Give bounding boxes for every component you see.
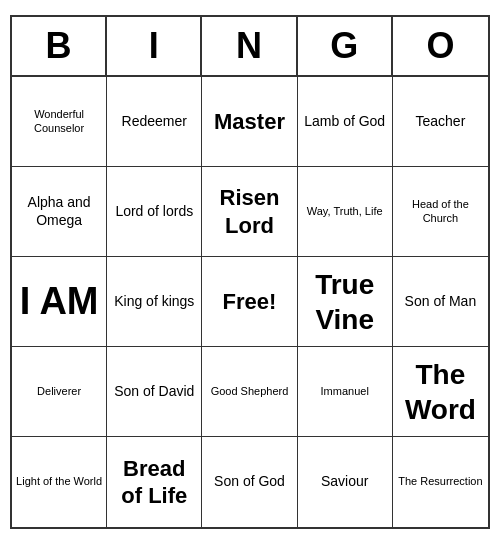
bingo-cell-2: Master (202, 77, 297, 167)
bingo-cell-text-21: Bread of Life (111, 455, 197, 510)
bingo-cell-15: Deliverer (12, 347, 107, 437)
bingo-cell-text-5: Alpha and Omega (16, 194, 102, 229)
bingo-cell-16: Son of David (107, 347, 202, 437)
bingo-cell-text-15: Deliverer (37, 385, 81, 399)
bingo-cell-text-16: Son of David (114, 383, 194, 401)
header-letter-i: I (107, 17, 202, 75)
bingo-cell-text-24: The Resurrection (398, 475, 482, 489)
bingo-cell-text-3: Lamb of God (304, 113, 385, 131)
bingo-cell-0: Wonderful Counselor (12, 77, 107, 167)
bingo-cell-text-11: King of kings (114, 293, 194, 311)
bingo-cell-21: Bread of Life (107, 437, 202, 527)
bingo-cell-1: Redeemer (107, 77, 202, 167)
bingo-cell-17: Good Shepherd (202, 347, 297, 437)
bingo-cell-7: Risen Lord (202, 167, 297, 257)
bingo-cell-text-1: Redeemer (122, 113, 187, 131)
bingo-cell-text-6: Lord of lords (115, 203, 193, 221)
bingo-cell-text-10: I AM (20, 278, 99, 326)
bingo-cell-9: Head of the Church (393, 167, 488, 257)
header-letter-g: G (298, 17, 393, 75)
bingo-cell-text-2: Master (214, 108, 285, 136)
bingo-cell-text-12: Free! (223, 288, 277, 316)
bingo-cell-19: The Word (393, 347, 488, 437)
bingo-cell-23: Saviour (298, 437, 393, 527)
bingo-cell-12: Free! (202, 257, 297, 347)
bingo-cell-3: Lamb of God (298, 77, 393, 167)
bingo-cell-text-13: True Vine (302, 267, 388, 337)
bingo-cell-text-18: Immanuel (321, 385, 369, 399)
bingo-cell-text-8: Way, Truth, Life (307, 205, 383, 219)
bingo-cell-18: Immanuel (298, 347, 393, 437)
header-letter-n: N (202, 17, 297, 75)
header-letter-o: O (393, 17, 488, 75)
bingo-header: BINGO (12, 17, 488, 77)
bingo-cell-text-22: Son of God (214, 473, 285, 491)
bingo-cell-text-7: Risen Lord (206, 184, 292, 239)
bingo-cell-14: Son of Man (393, 257, 488, 347)
bingo-cell-text-20: Light of the World (16, 475, 102, 489)
bingo-cell-4: Teacher (393, 77, 488, 167)
bingo-cell-22: Son of God (202, 437, 297, 527)
bingo-cell-text-4: Teacher (415, 113, 465, 131)
bingo-cell-6: Lord of lords (107, 167, 202, 257)
bingo-cell-10: I AM (12, 257, 107, 347)
bingo-grid: Wonderful CounselorRedeemerMasterLamb of… (12, 77, 488, 527)
bingo-cell-8: Way, Truth, Life (298, 167, 393, 257)
bingo-cell-text-14: Son of Man (405, 293, 477, 311)
header-letter-b: B (12, 17, 107, 75)
bingo-cell-20: Light of the World (12, 437, 107, 527)
bingo-cell-text-9: Head of the Church (397, 198, 484, 226)
bingo-cell-text-19: The Word (397, 357, 484, 427)
bingo-cell-13: True Vine (298, 257, 393, 347)
bingo-cell-11: King of kings (107, 257, 202, 347)
bingo-cell-5: Alpha and Omega (12, 167, 107, 257)
bingo-card: BINGO Wonderful CounselorRedeemerMasterL… (10, 15, 490, 529)
bingo-cell-text-17: Good Shepherd (211, 385, 289, 399)
bingo-cell-24: The Resurrection (393, 437, 488, 527)
bingo-cell-text-0: Wonderful Counselor (16, 108, 102, 136)
bingo-cell-text-23: Saviour (321, 473, 368, 491)
